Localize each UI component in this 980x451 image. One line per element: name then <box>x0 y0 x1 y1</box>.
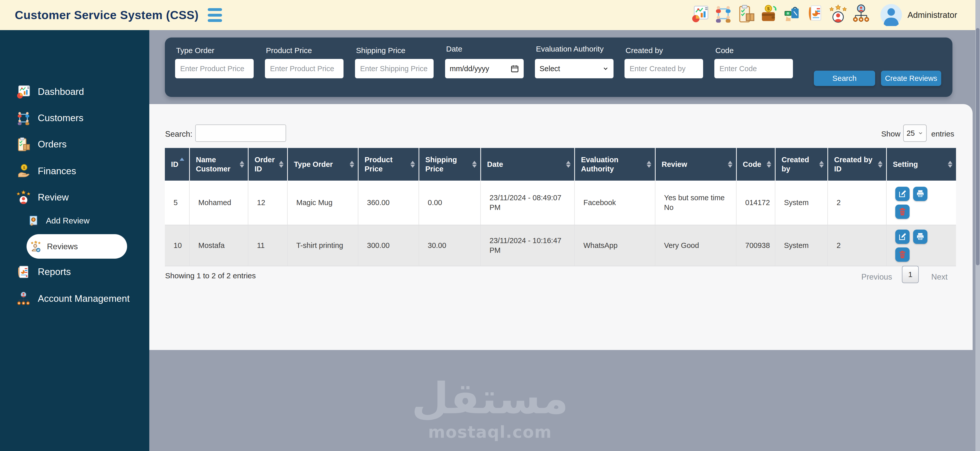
table-row: 5 Mohamed 12 Magic Mug 360.00 0.00 23/11… <box>165 181 956 225</box>
customers-icon[interactable] <box>714 4 733 24</box>
chevron-down-icon <box>918 130 923 136</box>
filter-label: Date <box>446 44 462 53</box>
orders-icon <box>16 137 31 152</box>
select-value: Select <box>539 65 560 73</box>
sort-icon[interactable] <box>279 161 283 168</box>
sort-icon[interactable] <box>767 161 771 168</box>
edit-button[interactable] <box>895 187 910 201</box>
sales-icon[interactable] <box>783 4 802 24</box>
previous-page-button[interactable]: Previous <box>861 272 892 282</box>
cell-date: 23/11/2024 - 10:16:47 PM <box>480 225 574 266</box>
sort-icon[interactable] <box>878 161 883 168</box>
sidebar-item-reports[interactable]: Reports <box>0 260 149 283</box>
column-header-product-price[interactable]: Product Price <box>358 148 419 181</box>
entries-per-page-select[interactable]: 25 <box>903 124 927 142</box>
print-button[interactable] <box>913 230 928 244</box>
sort-icon[interactable] <box>647 161 651 168</box>
code-input[interactable] <box>714 59 793 78</box>
sidebar-item-reviews-active[interactable]: Reviews <box>27 234 127 259</box>
sidebar-item-label: Account Management <box>38 293 130 304</box>
column-header-setting[interactable]: Setting <box>886 148 956 181</box>
page-number-button[interactable]: 1 <box>902 266 919 283</box>
edit-button[interactable] <box>895 230 910 244</box>
sort-icon[interactable] <box>240 161 244 168</box>
type-order-input[interactable] <box>175 59 254 78</box>
print-button[interactable] <box>913 187 928 201</box>
column-header-review[interactable]: Review <box>655 148 736 181</box>
row-actions <box>895 187 932 219</box>
create-reviews-button[interactable]: Create Reviews <box>881 71 941 86</box>
sort-asc-icon[interactable] <box>180 158 186 161</box>
sidebar-item-review[interactable]: Review <box>0 186 149 209</box>
menu-toggle-button[interactable] <box>208 8 222 22</box>
next-page-button[interactable]: Next <box>931 272 948 282</box>
sort-icon[interactable] <box>410 161 415 168</box>
scrollbar-thumb[interactable] <box>976 28 980 265</box>
review-icon <box>16 190 31 205</box>
sidebar-item-dashboard[interactable]: Dashboard <box>0 80 149 103</box>
entries-label: entries <box>931 130 954 138</box>
table-search-label: Search: <box>165 130 192 139</box>
user-name[interactable]: Administrator <box>907 10 957 20</box>
cell-code: 700938 <box>736 225 775 266</box>
sidebar-item-finances[interactable]: $ Finances <box>0 160 149 183</box>
sidebar-item-label: Review <box>38 192 68 203</box>
dashboard-icon[interactable] <box>690 4 710 24</box>
page-title: Customer Service System (CSS) <box>15 8 199 22</box>
search-button[interactable]: Search <box>814 71 875 86</box>
reviews-filter-panel: Type Order Product Price Shipping Price … <box>165 38 953 97</box>
column-header-code[interactable]: Code <box>736 148 775 181</box>
filter-label: Shipping Price <box>356 46 405 55</box>
orders-icon[interactable] <box>737 4 756 24</box>
sort-icon[interactable] <box>566 161 571 168</box>
date-placeholder: mm/dd/yyyy <box>450 65 489 73</box>
show-label: Show <box>881 130 900 138</box>
sidebar-item-customers[interactable]: Customers <box>0 106 149 130</box>
sidebar-item-orders[interactable]: Orders <box>0 133 149 156</box>
sidebar-item-label: Reports <box>38 267 71 277</box>
hamburger-icon <box>208 14 222 17</box>
column-header-id[interactable]: ID <box>165 148 189 181</box>
column-header-created-by[interactable]: Created by <box>775 148 828 181</box>
delete-button[interactable] <box>895 205 910 219</box>
cell-created-by: System <box>775 225 828 266</box>
app-root: Customer Service System (CSS) $ Administ… <box>0 0 980 451</box>
product-price-input[interactable] <box>265 59 344 78</box>
table-search-input[interactable] <box>195 124 286 142</box>
column-header-date[interactable]: Date <box>480 148 574 181</box>
sidebar-item-label: Finances <box>38 166 76 176</box>
evaluation-authority-select[interactable]: Select <box>535 59 614 78</box>
cell-product-price: 360.00 <box>358 181 419 225</box>
sort-icon[interactable] <box>472 161 477 168</box>
user-avatar[interactable] <box>880 3 902 26</box>
column-header-name-customer[interactable]: Name Customer <box>189 148 248 181</box>
sort-icon[interactable] <box>948 161 953 168</box>
sidebar-item-account-management[interactable]: Account Management <box>0 287 149 310</box>
hamburger-icon <box>208 19 222 22</box>
cell-product-price: 300.00 <box>358 225 419 266</box>
delete-button[interactable] <box>895 248 910 262</box>
dashboard-icon <box>16 84 31 100</box>
sort-icon[interactable] <box>819 161 824 168</box>
scrollbar-track[interactable] <box>975 0 980 451</box>
calendar-icon <box>511 64 519 73</box>
sidebar-item-label: Add Review <box>46 216 89 226</box>
sidebar-item-label: Dashboard <box>38 86 84 97</box>
finances-wallet-icon[interactable]: $ <box>759 4 779 24</box>
column-header-shipping-price[interactable]: Shipping Price <box>419 148 480 181</box>
column-header-evaluation-authority[interactable]: Evaluation Authority <box>574 148 655 181</box>
column-header-created-by-id[interactable]: Created by ID <box>828 148 886 181</box>
reports-icon[interactable] <box>805 4 825 24</box>
sort-icon[interactable] <box>350 161 354 168</box>
sort-icon[interactable] <box>728 161 732 168</box>
account-management-icon[interactable] <box>851 4 871 24</box>
shipping-price-input[interactable] <box>355 59 434 78</box>
reviews-table-panel: Search: Show 25 entries ID Name Customer… <box>149 104 973 350</box>
column-header-type-order[interactable]: Type Order <box>287 148 358 181</box>
add-review-icon: ! <box>27 214 40 227</box>
review-icon[interactable] <box>829 4 848 24</box>
created-by-input[interactable] <box>625 59 703 78</box>
column-header-order-id[interactable]: Order ID <box>248 148 287 181</box>
date-input[interactable]: mm/dd/yyyy <box>445 59 524 78</box>
sidebar-item-add-review[interactable]: ! Add Review <box>0 210 149 231</box>
